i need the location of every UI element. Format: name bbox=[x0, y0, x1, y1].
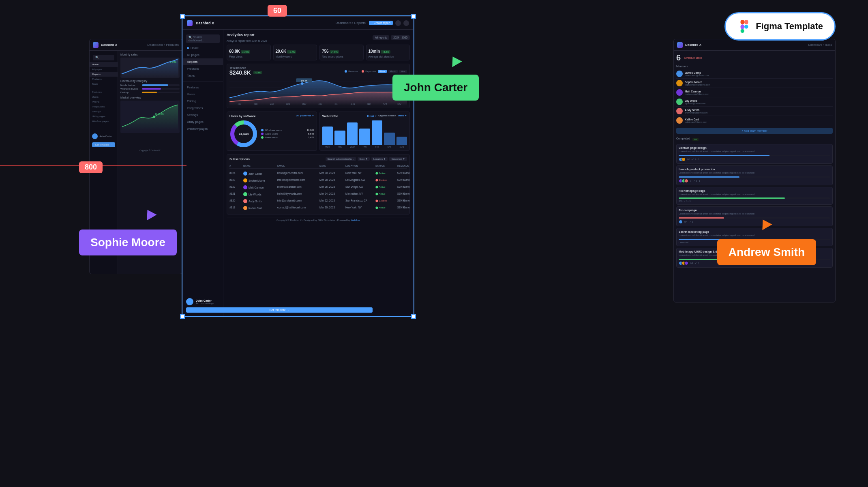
members-section-title: Members bbox=[676, 65, 833, 68]
svg-text:$48.8K: $48.8K bbox=[301, 80, 307, 82]
svg-point-4 bbox=[744, 25, 748, 28]
donut-container: 24,648 Windows users 16,264 bbox=[229, 120, 314, 148]
cell-email: contact@kathiecart.com bbox=[277, 206, 318, 210]
subscriptions-panel: Subscriptions Search subscription by... … bbox=[227, 154, 410, 215]
svg-text:MAR: MAR bbox=[270, 103, 274, 105]
donut-chart-svg: 24,648 bbox=[229, 120, 258, 148]
left-search[interactable]: 🔍 bbox=[93, 55, 114, 60]
svg-text:JAN: JAN bbox=[238, 103, 242, 105]
center-breadcrumb: Dashboard › Reports bbox=[335, 21, 365, 25]
badge-800: 800 bbox=[79, 161, 103, 173]
task-stats: 0/0 · ✓ 1 · 1 bbox=[679, 200, 690, 202]
center-get-template-btn[interactable]: Get template → bbox=[186, 307, 373, 313]
center-search[interactable]: 🔍 Search dashboard... bbox=[186, 34, 220, 43]
cell-name: Kathie Carl bbox=[243, 206, 276, 210]
left-nav-pricing[interactable]: Pricing bbox=[90, 99, 118, 104]
left-nav-features[interactable]: Features bbox=[90, 90, 118, 94]
svg-rect-0 bbox=[741, 20, 744, 24]
nav-users[interactable]: Users bbox=[183, 91, 223, 98]
traffic-organic-filter[interactable]: Organic search bbox=[378, 114, 396, 118]
center-sidebar: 🔍 Search dashboard... Home All pages Rep… bbox=[183, 30, 223, 316]
nav-tasks[interactable]: Tasks bbox=[183, 72, 223, 79]
cell-status: ⬤ Expired bbox=[375, 199, 396, 203]
analytics-subtitle: Analytics report from 2024 to 2025 bbox=[227, 39, 267, 42]
table-row: #921 Lily Woods hello@lilywoods.com Mar … bbox=[229, 191, 407, 198]
task-title: Fix campaign bbox=[679, 209, 830, 212]
traffic-week-filter[interactable]: Week ▼ bbox=[398, 114, 407, 118]
nav-utilitypages[interactable]: Utility pages bbox=[183, 118, 223, 125]
chart-tab-year[interactable]: Year bbox=[399, 70, 407, 73]
member-email: andysmith@demo.com bbox=[685, 112, 833, 114]
user-avatar-icon[interactable] bbox=[403, 20, 409, 26]
task-progress-fill bbox=[679, 155, 769, 156]
table-header: # NAME EMAIL DATE LOCATION STATUS REVENU… bbox=[229, 163, 407, 169]
cell-revenue: $29.99/mo bbox=[397, 199, 413, 203]
task-progress-bar bbox=[679, 176, 830, 178]
left-get-template-btn[interactable]: Get template → bbox=[92, 142, 115, 147]
nav-home[interactable]: Home bbox=[183, 45, 223, 51]
right-logo-text: Dashbrd X bbox=[685, 43, 701, 47]
date-filter[interactable]: Date ▼ bbox=[358, 157, 370, 161]
nav-settings[interactable]: Settings bbox=[183, 112, 223, 118]
search-subscription-filter[interactable]: Search subscription by... bbox=[326, 157, 356, 161]
balance-label: Total balance bbox=[229, 67, 262, 69]
nav-products[interactable]: Products bbox=[183, 65, 223, 72]
nav-features[interactable]: Features bbox=[183, 84, 223, 91]
chart-tab-month[interactable]: Month bbox=[388, 70, 398, 73]
filter-year-range[interactable]: 2024 - 2025 bbox=[391, 35, 410, 40]
webflow-link[interactable]: Webflow bbox=[351, 219, 360, 221]
member-avatar bbox=[676, 99, 683, 105]
bar-sat bbox=[384, 133, 394, 145]
left-nav-users[interactable]: Users bbox=[90, 94, 118, 99]
left-nav-products[interactable]: Products bbox=[90, 77, 118, 82]
add-member-btn[interactable]: + Add team member bbox=[676, 128, 833, 134]
filter-all-reports[interactable]: All reports bbox=[373, 35, 389, 40]
member-avatar bbox=[676, 71, 683, 77]
metrics-row: 60.8K+1.6% Page views 20.6K+3.4K Monthly… bbox=[227, 45, 410, 60]
nav-webflowpages[interactable]: Webflow pages bbox=[183, 125, 223, 132]
badge-60: 60 bbox=[268, 5, 287, 17]
left-nav-utilitypages[interactable]: Utility pages bbox=[90, 114, 118, 119]
create-report-btn[interactable]: + Create report bbox=[369, 21, 393, 25]
figma-template-badge[interactable]: Figma Template bbox=[724, 12, 836, 41]
cell-revenue: $29.99/mo bbox=[397, 192, 413, 196]
task-avatars bbox=[679, 261, 688, 265]
users-software-title: Users by software bbox=[229, 114, 256, 118]
nav-pricing[interactable]: Pricing bbox=[183, 98, 223, 105]
left-nav-reports[interactable]: Reports bbox=[90, 72, 118, 77]
member-row: Matt Cannon mattcannon@demo.com bbox=[676, 88, 833, 97]
overdue-count: 6 bbox=[676, 53, 681, 62]
linux-value: 2,478 bbox=[308, 136, 314, 139]
col-id: # bbox=[229, 165, 242, 167]
left-nav-webflowpages[interactable]: Webflow pages bbox=[90, 119, 118, 124]
task-item: Fix campaign Lorem ipsum dolor sit amet … bbox=[676, 206, 833, 226]
cell-location: Los Angeles, CA bbox=[345, 178, 374, 182]
task-avatars bbox=[679, 220, 683, 224]
customer-filter[interactable]: Customer ▼ bbox=[389, 157, 407, 161]
cell-location: New York, NY bbox=[345, 206, 374, 210]
task-body: Lorem ipsum dolor sit amet consectetur a… bbox=[679, 212, 830, 216]
traffic-direct-filter[interactable]: Direct ✓ bbox=[367, 114, 377, 118]
left-nav-settings[interactable]: Settings bbox=[90, 109, 118, 114]
left-nav-allpages[interactable]: All pages bbox=[90, 67, 118, 72]
left-nav-home[interactable]: Home bbox=[90, 62, 118, 67]
left-nav-integrations[interactable]: Integrations bbox=[90, 104, 118, 109]
svg-rect-3 bbox=[744, 20, 748, 24]
nav-reports[interactable]: Reports bbox=[183, 58, 223, 65]
nav-allpages[interactable]: All pages bbox=[183, 51, 223, 58]
donut-center-value: 24,648 bbox=[239, 132, 249, 136]
col-date: DATE bbox=[319, 165, 344, 167]
users-platforms-filter[interactable]: All platforms ▼ bbox=[296, 114, 314, 118]
web-traffic-panel: Web traffic Direct ✓ Organic search Week… bbox=[319, 112, 410, 151]
center-logo-text: Dashbrd X bbox=[196, 21, 214, 25]
location-filter[interactable]: Location ▼ bbox=[371, 157, 388, 161]
chart-tabs: Revenue Expenses Week Month Year bbox=[345, 70, 407, 73]
cursor-green bbox=[448, 54, 462, 67]
left-nav-tasks[interactable]: Tasks bbox=[90, 82, 118, 86]
chart-tab-week[interactable]: Week bbox=[378, 70, 387, 73]
right-logo-icon bbox=[677, 42, 683, 48]
nav-integrations[interactable]: Integrations bbox=[183, 105, 223, 112]
figma-badge-text: Figma Template bbox=[756, 21, 823, 32]
metric-val-2: 756 bbox=[322, 49, 329, 54]
bell-icon[interactable] bbox=[395, 20, 401, 26]
